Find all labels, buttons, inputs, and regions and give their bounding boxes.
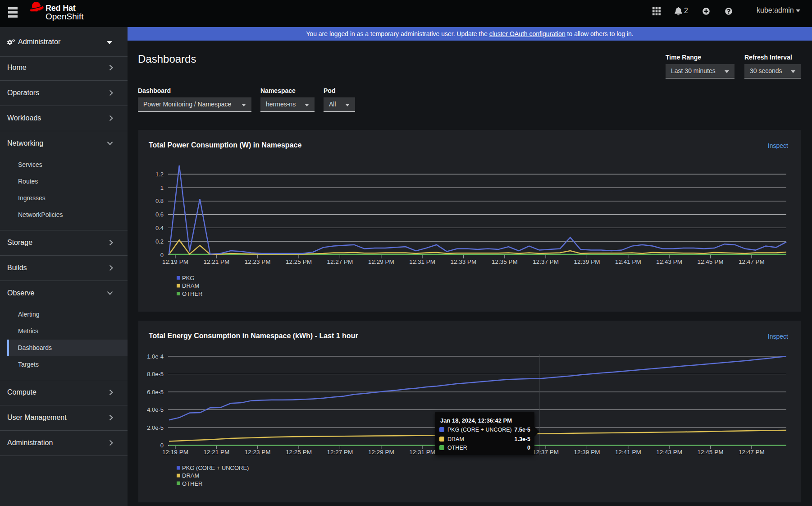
svg-text:12:25 PM: 12:25 PM — [286, 258, 312, 265]
svg-text:1.0e-4: 1.0e-4 — [147, 353, 164, 360]
svg-text:12:47 PM: 12:47 PM — [739, 258, 765, 265]
svg-text:12:31 PM: 12:31 PM — [409, 449, 435, 455]
svg-text:12:31 PM: 12:31 PM — [409, 258, 435, 265]
svg-text:12:43 PM: 12:43 PM — [656, 449, 682, 455]
svg-text:0.6: 0.6 — [155, 211, 164, 218]
svg-text:8.0e-5: 8.0e-5 — [147, 371, 164, 377]
svg-text:12:21 PM: 12:21 PM — [203, 258, 229, 265]
svg-text:OTHER: OTHER — [182, 480, 203, 487]
svg-text:12:29 PM: 12:29 PM — [368, 258, 394, 265]
svg-text:0.2: 0.2 — [155, 238, 164, 245]
svg-text:OTHER: OTHER — [182, 290, 203, 297]
svg-text:DRAM: DRAM — [182, 282, 199, 289]
svg-text:12:25 PM: 12:25 PM — [286, 449, 312, 455]
svg-text:1: 1 — [160, 184, 164, 191]
svg-text:PKG (CORE + UNCORE): PKG (CORE + UNCORE) — [182, 465, 249, 471]
svg-text:0: 0 — [160, 442, 164, 449]
svg-text:12:39 PM: 12:39 PM — [574, 449, 600, 455]
svg-text:12:35 PM: 12:35 PM — [492, 258, 518, 265]
svg-text:PKG: PKG — [182, 275, 194, 281]
svg-text:6.0e-5: 6.0e-5 — [147, 389, 164, 396]
svg-text:12:21 PM: 12:21 PM — [203, 449, 229, 455]
svg-text:12:23 PM: 12:23 PM — [245, 258, 271, 265]
svg-text:12:37 PM: 12:37 PM — [533, 258, 559, 265]
svg-text:12:19 PM: 12:19 PM — [162, 258, 188, 265]
svg-text:12:45 PM: 12:45 PM — [698, 449, 724, 455]
svg-text:12:41 PM: 12:41 PM — [615, 258, 641, 265]
svg-text:2.0e-5: 2.0e-5 — [147, 424, 164, 431]
svg-text:4.0e-5: 4.0e-5 — [147, 406, 164, 413]
svg-text:12:27 PM: 12:27 PM — [327, 449, 353, 455]
svg-text:12:47 PM: 12:47 PM — [739, 449, 765, 455]
svg-text:12:39 PM: 12:39 PM — [574, 258, 600, 265]
svg-text:12:33 PM: 12:33 PM — [451, 258, 477, 265]
svg-text:12:27 PM: 12:27 PM — [327, 258, 353, 265]
svg-text:12:41 PM: 12:41 PM — [615, 449, 641, 455]
svg-text:0.4: 0.4 — [155, 225, 164, 231]
svg-text:0: 0 — [160, 252, 164, 258]
svg-text:12:29 PM: 12:29 PM — [368, 449, 394, 455]
svg-text:DRAM: DRAM — [182, 472, 199, 479]
svg-text:1.2: 1.2 — [155, 171, 164, 178]
svg-text:12:19 PM: 12:19 PM — [162, 449, 188, 455]
svg-text:0.8: 0.8 — [155, 198, 164, 204]
svg-text:12:23 PM: 12:23 PM — [245, 449, 271, 455]
svg-text:12:45 PM: 12:45 PM — [698, 258, 724, 265]
svg-text:12:43 PM: 12:43 PM — [656, 258, 682, 265]
svg-text:12:37 PM: 12:37 PM — [533, 449, 559, 455]
